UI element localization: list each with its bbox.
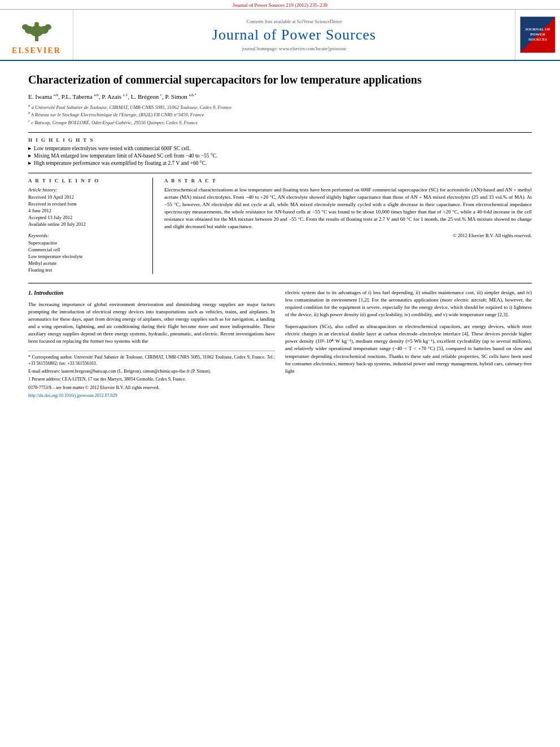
journal-header-center: Contents lists available at SciVerse Sci… (73, 10, 515, 60)
footnote-doi: http://dx.doi.org/10.1016/j.jpowsour.201… (28, 392, 275, 399)
body-col-right: electric system due to its advantages of… (285, 289, 532, 400)
divider-2 (28, 173, 532, 173)
article-history: Article history: Received 10 April 2012 … (28, 187, 141, 227)
info-abstract-row: A R T I C L E I N F O Article history: R… (28, 178, 532, 274)
highlight-item-2: Mixing MA enlarged low temperature limit… (28, 153, 532, 159)
elsevier-logo-container: ELSEVIER (0, 10, 73, 60)
journal-reference: Journal of Power Sources 219 (2012) 235–… (0, 0, 560, 10)
intro-para-3: Supercapacitors (SCs), also called as ul… (285, 323, 532, 374)
footnote-email: E-mail addresses: laurent.bregeon@batsca… (28, 368, 275, 374)
svg-point-6 (34, 22, 39, 27)
available-date: Available online 20 July 2012 (28, 221, 141, 227)
elsevier-tree-logo (11, 14, 62, 45)
received-revised-date: 4 June 2012 (28, 208, 141, 213)
body-columns: 1. Introduction The increasing importanc… (28, 289, 532, 400)
journal-logo-box: JOURNAL OFPOWERSOURCES (520, 16, 555, 53)
keyword-3: Low temperature electrolyte (28, 254, 141, 259)
history-title: Article history: (28, 187, 141, 193)
keyword-2: Commercial cell (28, 247, 141, 252)
elsevier-text: ELSEVIER (12, 46, 61, 55)
keyword-5: Floating test (28, 267, 141, 273)
journal-logo-text: JOURNAL OFPOWERSOURCES (525, 27, 550, 42)
divider-1 (28, 132, 532, 133)
abstract-label: A B S T R A C T (164, 178, 532, 184)
article-info-label: A R T I C L E I N F O (28, 178, 141, 184)
elsevier-logo: ELSEVIER (11, 14, 62, 55)
intro-para-1: The increasing importance of global envi… (28, 301, 275, 345)
highlights-section: H I G H L I G H T S Low temperature elec… (28, 137, 532, 166)
keywords-section: Keywords: Supercapacitor Commercial cell… (28, 233, 141, 273)
intro-para-2: electric system due to its advantages of… (285, 289, 532, 318)
divider-3 (28, 283, 532, 283)
sciverse-line: Contents lists available at SciVerse Sci… (247, 19, 342, 24)
accepted-date: Accepted 13 July 2012 (28, 215, 141, 220)
affiliations: a a Université Paul Sabatier de Toulouse… (28, 103, 532, 125)
affiliation-b: b b Réseau sur le Stockage Electrochimiq… (28, 111, 532, 117)
vertical-divider (152, 178, 153, 274)
tree-svg (17, 19, 56, 41)
received-revised-label: Received in revised form (28, 201, 141, 207)
abstract-text: Electrochemical characterizations at low… (164, 186, 532, 230)
highlight-item-3: High temperature performance was exempli… (28, 160, 532, 166)
footnote-issn: 0378-7753/$ – see front matter © 2012 El… (28, 385, 275, 391)
svg-point-4 (22, 24, 29, 30)
article-title: Characterization of commercial supercapa… (28, 72, 532, 87)
journal-homepage: journal homepage: www.elsevier.com/locat… (242, 46, 347, 51)
received-date: Received 10 April 2012 (28, 194, 141, 200)
affiliation-a: a a Université Paul Sabatier de Toulouse… (28, 103, 532, 110)
footnote-present: 1 Present address: CEA-LITEN, 17 rue des… (28, 376, 275, 382)
keyword-1: Supercapacitor (28, 240, 141, 246)
footnotes: * Corresponding author. Université Paul … (28, 351, 275, 399)
highlight-item-1: Low temperature electrolytes were tested… (28, 146, 532, 151)
journal-logo-box-container: JOURNAL OFPOWERSOURCES (515, 10, 560, 60)
journal-name: Journal of Power Sources (212, 27, 376, 43)
body-col-left: 1. Introduction The increasing importanc… (28, 289, 275, 400)
intro-heading: 1. Introduction (28, 289, 275, 298)
main-content: Characterization of commercial supercapa… (0, 61, 560, 412)
footnote-corresponding: * Corresponding author. Université Paul … (28, 354, 275, 366)
abstract-col: A B S T R A C T Electrochemical characte… (164, 178, 532, 274)
copyright-line: © 2012 Elsevier B.V. All rights reserved… (164, 233, 532, 238)
authors-line: E. Iwama a,b, P.L. Taberna a,b, P. Azais… (28, 93, 532, 100)
article-info-col: A R T I C L E I N F O Article history: R… (28, 178, 141, 274)
highlights-label: H I G H L I G H T S (28, 137, 532, 143)
keywords-title: Keywords: (28, 233, 141, 238)
affiliation-c: c c Batscap, Groupe BOLLORÉ, Odet-Ergué-… (28, 119, 532, 125)
svg-point-5 (45, 24, 51, 30)
journal-header: ELSEVIER Contents lists available at Sci… (0, 10, 560, 61)
svg-rect-7 (35, 27, 38, 31)
keyword-4: Methyl acetate (28, 260, 141, 266)
